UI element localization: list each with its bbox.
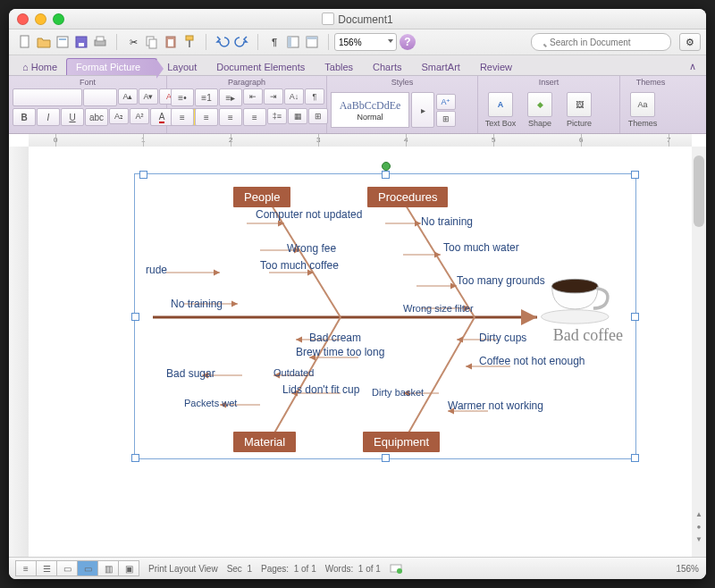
superscript-button[interactable]: A²: [130, 108, 149, 124]
subscript-button[interactable]: A₂: [109, 108, 129, 124]
svg-point-44: [397, 568, 402, 574]
fishbone-effect-label: Bad coffee: [553, 326, 623, 345]
underline-button[interactable]: U: [61, 108, 84, 126]
toggle-formatting-button[interactable]: ¶: [265, 33, 283, 51]
scrollbar-thumb[interactable]: [694, 155, 704, 227]
insert-shape-button[interactable]: ◆Shape: [521, 88, 559, 131]
indent-decrease-button[interactable]: ⇤: [243, 88, 263, 105]
print-button[interactable]: [91, 33, 109, 51]
show-marks-button[interactable]: ¶: [305, 88, 324, 105]
group-label-font: Font: [13, 78, 163, 87]
insert-textbox-button[interactable]: AText Box: [482, 88, 519, 131]
line-spacing-button[interactable]: ‡≡: [267, 108, 287, 124]
styles-expand-button[interactable]: ▸: [411, 92, 434, 128]
styles-pane-button[interactable]: ⊞: [436, 111, 456, 127]
format-painter-button[interactable]: [181, 33, 198, 51]
settings-gear-button[interactable]: ⚙: [679, 33, 701, 51]
bold-button[interactable]: B: [13, 108, 36, 126]
cause-text: Outdated: [273, 367, 314, 378]
font-family-dropdown[interactable]: [13, 88, 82, 106]
browse-object-button[interactable]: ●: [692, 520, 706, 533]
sidebar-toggle-button[interactable]: [284, 33, 302, 51]
words-label[interactable]: Words: 1 of 1: [325, 564, 381, 574]
zoom-input[interactable]: [334, 33, 397, 51]
grow-font-button[interactable]: A▴: [118, 88, 138, 105]
search-input[interactable]: [531, 33, 671, 51]
picture-icon: 🖼: [576, 100, 584, 109]
cause-text: Computer not updated: [256, 208, 362, 221]
paste-button[interactable]: [162, 33, 180, 51]
svg-point-41: [542, 310, 609, 323]
shrink-font-button[interactable]: A▾: [139, 88, 158, 105]
align-right-button[interactable]: ≡: [219, 108, 242, 126]
undo-button[interactable]: [214, 33, 231, 51]
document-canvas[interactable]: People Procedures Material Equipment Com…: [29, 147, 692, 558]
spell-check-indicator[interactable]: [390, 561, 402, 575]
help-button[interactable]: ?: [400, 34, 416, 50]
gallery-toggle-button[interactable]: [303, 33, 321, 51]
bullets-button[interactable]: ≡•: [171, 88, 194, 106]
shape-icon: ◆: [537, 100, 543, 109]
view-publishing-button[interactable]: ▭: [56, 560, 78, 576]
align-left-button[interactable]: ≡: [171, 108, 194, 126]
category-equipment: Equipment: [363, 432, 440, 452]
cause-text: No training: [171, 298, 223, 310]
vertical-scrollbar[interactable]: ▲ ● ▼: [691, 147, 706, 558]
cause-text: Too much coffee: [260, 259, 339, 272]
numbering-button[interactable]: ≡1: [195, 88, 218, 106]
multilevel-button[interactable]: ≡▸: [219, 88, 242, 106]
style-normal-button[interactable]: AaBbCcDdEe Normal: [331, 92, 409, 128]
view-print-layout-button[interactable]: ▭: [77, 560, 98, 576]
save-button[interactable]: [72, 33, 90, 51]
justify-button[interactable]: ≡: [243, 108, 266, 126]
change-styles-button[interactable]: A⁺: [436, 94, 456, 110]
italic-button[interactable]: I: [37, 108, 60, 126]
borders-button[interactable]: ⊞: [308, 108, 328, 124]
prev-page-button[interactable]: ▲: [692, 508, 706, 520]
ribbon-collapse-button[interactable]: ∧: [683, 57, 702, 75]
font-size-dropdown[interactable]: [83, 88, 117, 106]
cause-text: Coffee not hot enough: [479, 355, 585, 367]
tab-layout[interactable]: Layout: [157, 58, 206, 75]
quick-access-toolbar: ✂︎ ¶ ? ⚙: [9, 29, 706, 55]
ribbon: Font A▴ A▾ A B I U abc A₂ A² A ab: [9, 76, 706, 134]
view-notebook-button[interactable]: ▥: [97, 560, 119, 576]
new-doc-button[interactable]: [16, 33, 34, 51]
themes-button[interactable]: AaThemes: [624, 88, 661, 131]
tab-home[interactable]: Home: [13, 58, 67, 75]
tab-document-elements[interactable]: Document Elements: [206, 58, 315, 75]
cause-text: No training: [421, 215, 473, 228]
rotate-handle[interactable]: [382, 162, 391, 171]
zoom-level-label[interactable]: 156%: [676, 564, 699, 574]
category-material: Material: [233, 432, 296, 452]
zoom-dropdown[interactable]: [334, 33, 397, 51]
new-from-template-button[interactable]: [54, 33, 72, 51]
tab-charts[interactable]: Charts: [363, 58, 411, 75]
view-draft-button[interactable]: ≡: [15, 560, 37, 576]
pages-label[interactable]: Pages: 1 of 1: [261, 564, 316, 574]
tab-review[interactable]: Review: [470, 58, 522, 75]
view-outline-button[interactable]: ☰: [36, 560, 57, 576]
copy-button[interactable]: [143, 33, 161, 51]
insert-picture-button[interactable]: 🖼Picture: [560, 88, 598, 131]
tab-format-picture[interactable]: Format Picture: [66, 58, 157, 75]
shading-button[interactable]: ▦: [288, 108, 307, 124]
picture-selection[interactable]: People Procedures Material Equipment Com…: [134, 173, 636, 459]
vertical-ruler[interactable]: [9, 147, 29, 558]
next-page-button[interactable]: ▼: [692, 533, 706, 545]
document-title: Document1: [9, 13, 706, 26]
cause-text: Bad sugar: [166, 367, 215, 380]
sort-button[interactable]: A↓: [284, 88, 304, 105]
strikethrough-button[interactable]: abc: [85, 108, 108, 126]
svg-point-42: [552, 279, 598, 292]
view-focus-button[interactable]: ▣: [118, 560, 139, 576]
cut-button[interactable]: ✂︎: [124, 33, 142, 51]
indent-increase-button[interactable]: ⇥: [264, 88, 283, 105]
open-button[interactable]: [35, 33, 53, 51]
category-procedures: Procedures: [367, 187, 448, 207]
tab-tables[interactable]: Tables: [315, 58, 363, 75]
cause-text: Wrong size filter: [403, 303, 474, 314]
redo-button[interactable]: [232, 33, 250, 51]
align-center-button[interactable]: ≡: [195, 108, 218, 126]
tab-smartart[interactable]: SmartArt: [411, 58, 469, 75]
